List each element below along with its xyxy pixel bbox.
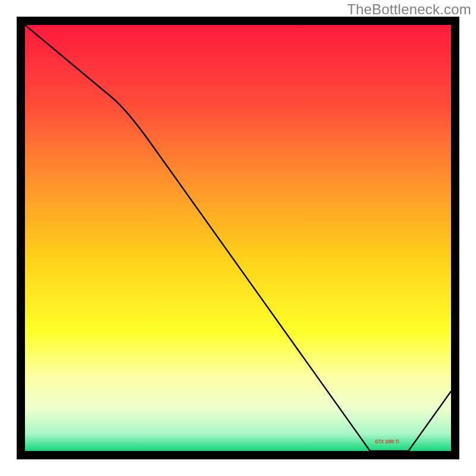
watermark-text: TheBottleneck.com (347, 1, 471, 18)
annotation-label: GTX 1080 Ti (375, 439, 399, 444)
chart-container: TheBottleneck.com GTX 1080 Ti (0, 0, 476, 476)
annotation-layer: GTX 1080 Ti (25, 25, 451, 451)
plot-area: GTX 1080 Ti (25, 25, 451, 451)
chart-frame: GTX 1080 Ti (17, 17, 459, 459)
